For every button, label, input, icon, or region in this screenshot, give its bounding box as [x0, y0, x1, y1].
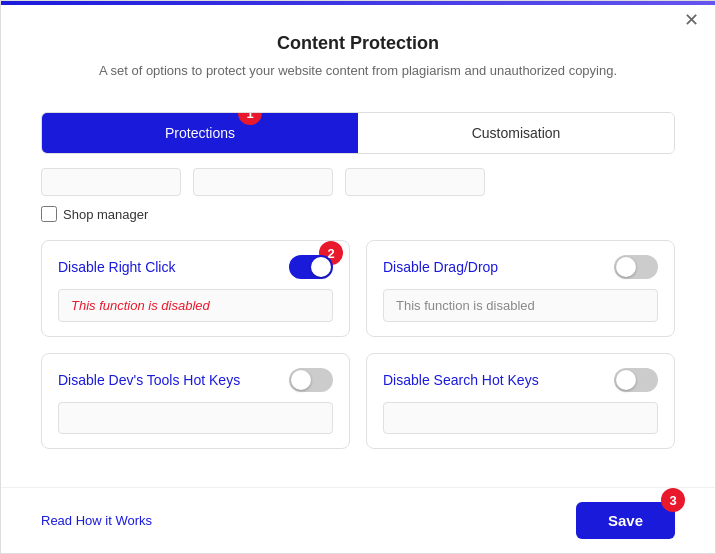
card-disable-search-hotkeys: Disable Search Hot Keys — [366, 353, 675, 449]
read-how-link[interactable]: Read How it Works — [41, 513, 152, 528]
save-button[interactable]: Save — [576, 502, 675, 539]
close-button[interactable]: ✕ — [684, 11, 699, 29]
tabs-container: 1 Protections Customisation — [41, 112, 675, 154]
toggle-slider-4 — [614, 368, 658, 392]
card-info-1: This function is disabled — [58, 289, 333, 322]
save-btn-wrapper: 3 Save — [576, 502, 675, 539]
card-disable-devtools: Disable Dev's Tools Hot Keys — [41, 353, 350, 449]
tab-protections[interactable]: Protections — [42, 113, 358, 153]
toggle-slider-1 — [289, 255, 333, 279]
card-header-2: Disable Drag/Drop — [383, 255, 658, 279]
shop-manager-checkbox-label[interactable]: Shop manager — [41, 206, 148, 222]
shop-manager-label: Shop manager — [63, 207, 148, 222]
card-disable-drag-drop: Disable Drag/Drop This function is disab… — [366, 240, 675, 337]
toggle-slider-2 — [614, 255, 658, 279]
modal-subtitle: A set of options to protect your website… — [41, 62, 675, 80]
card-bottom-placeholder-3 — [58, 402, 333, 434]
card-header-1: Disable Right Click 2 — [58, 255, 333, 279]
card-title-3: Disable Dev's Tools Hot Keys — [58, 372, 240, 388]
toggle-slider-3 — [289, 368, 333, 392]
shop-manager-row: Shop manager — [41, 206, 675, 222]
modal-header: Content Protection A set of options to p… — [1, 5, 715, 96]
tab-customisation[interactable]: Customisation — [358, 113, 674, 153]
placeholder-checkbox-row — [41, 168, 675, 196]
toggle-drag-drop[interactable] — [614, 255, 658, 279]
card-header-3: Disable Dev's Tools Hot Keys — [58, 368, 333, 392]
card-header-4: Disable Search Hot Keys — [383, 368, 658, 392]
card-bottom-placeholder-4 — [383, 402, 658, 434]
card-info-2: This function is disabled — [383, 289, 658, 322]
content-area: Shop manager Disable Right Click 2 This … — [1, 154, 715, 463]
card-disable-right-click: Disable Right Click 2 This function is d… — [41, 240, 350, 337]
toggle-search-hotkeys[interactable] — [614, 368, 658, 392]
footer: Read How it Works 3 Save — [1, 487, 715, 553]
protection-grid: Disable Right Click 2 This function is d… — [41, 240, 675, 449]
card-title-1: Disable Right Click — [58, 259, 175, 275]
modal-title: Content Protection — [41, 33, 675, 54]
toggle-right-click[interactable] — [289, 255, 333, 279]
shop-manager-checkbox[interactable] — [41, 206, 57, 222]
card-title-4: Disable Search Hot Keys — [383, 372, 539, 388]
badge-3: 3 — [661, 488, 685, 512]
toggle-devtools[interactable] — [289, 368, 333, 392]
card-title-2: Disable Drag/Drop — [383, 259, 498, 275]
